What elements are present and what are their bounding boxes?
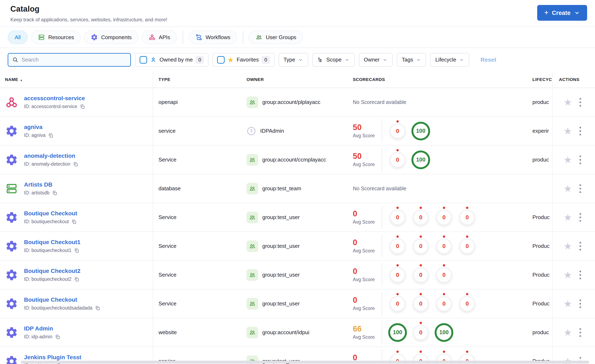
scorecard-gauge[interactable]: 0 — [409, 296, 432, 312]
favorite-star-button[interactable]: ★ — [564, 299, 572, 308]
row-menu-button[interactable] — [578, 97, 582, 108]
scorecard-gauge[interactable]: 100 — [386, 323, 409, 342]
copy-icon[interactable] — [48, 133, 53, 138]
owned-by-me-filter[interactable]: Owned by me 0 — [135, 53, 208, 67]
entity-id: ID: anomaly-detection — [24, 161, 78, 167]
favorite-star-button[interactable]: ★ — [564, 241, 572, 251]
favorite-star-button[interactable]: ★ — [564, 270, 572, 280]
sort-ascending-icon: ▲ — [20, 78, 23, 82]
scorecard-gauge[interactable]: 0 — [432, 238, 456, 254]
entity-name-link[interactable]: Boutique Checkout — [24, 210, 77, 217]
horizontal-scrollbar[interactable] — [21, 361, 589, 364]
tags-filter-dropdown[interactable]: Tags — [397, 53, 426, 67]
scorecard-gauge[interactable]: 0 — [432, 296, 456, 312]
copy-icon[interactable] — [74, 248, 79, 253]
reset-filters-button[interactable]: Reset — [481, 56, 496, 63]
favorite-star-button[interactable]: ★ — [564, 213, 572, 222]
row-menu-button[interactable] — [578, 298, 582, 309]
gauge-marker-dot — [397, 350, 399, 353]
entity-name-link[interactable]: Boutique Checkout — [24, 296, 100, 303]
row-menu-button[interactable] — [578, 154, 582, 165]
scorecard-gauge[interactable]: 100 — [409, 151, 432, 169]
copy-icon[interactable] — [73, 161, 78, 167]
scorecard-gauges: 0100 — [386, 151, 432, 169]
favorite-star-button[interactable]: ★ — [564, 184, 572, 193]
scorecard-gauge[interactable]: 100 — [409, 122, 432, 140]
row-menu-button[interactable] — [578, 241, 582, 252]
avg-score-value: 0 — [353, 238, 382, 246]
tab-workflows[interactable]: Workflows — [189, 30, 237, 44]
scorecard-gauge[interactable]: 0 — [386, 296, 409, 312]
entity-name-link[interactable]: anomaly-detection — [24, 153, 78, 159]
entity-name-link[interactable]: IDP Admin — [24, 325, 60, 332]
filters-bar: Owned by me 0 ★ Favorites 0 Type Scope O… — [0, 48, 595, 71]
type-value: Service — [158, 301, 177, 307]
entity-name-link[interactable]: Boutique Checkout1 — [24, 239, 80, 245]
scorecard-gauge[interactable]: 0 — [456, 238, 479, 254]
scope-filter-dropdown[interactable]: Scope — [312, 53, 355, 67]
gauge-circle: 0 — [390, 210, 405, 225]
scorecard-gauge[interactable]: 0 — [409, 267, 432, 283]
avg-score-value: 66 — [353, 325, 382, 333]
type-filter-dropdown[interactable]: Type — [279, 53, 308, 67]
scorecards-cell: 0Avg Score0000 — [353, 206, 532, 229]
copy-icon[interactable] — [80, 104, 85, 109]
favorite-star-button[interactable]: ★ — [564, 98, 572, 107]
column-header-actions: ACTIONS — [552, 77, 595, 82]
row-menu-button[interactable] — [578, 126, 582, 137]
row-menu-button[interactable] — [578, 183, 582, 194]
lifecycle-value: produc — [532, 156, 549, 163]
row-menu-button[interactable] — [578, 269, 582, 280]
tab-resources[interactable]: Resources — [31, 30, 81, 44]
tab-user-groups[interactable]: User Groups — [249, 30, 303, 44]
lifecycle-value: Produc — [532, 214, 549, 221]
copy-icon[interactable] — [71, 219, 77, 224]
person-icon — [150, 56, 157, 63]
copy-icon[interactable] — [95, 305, 100, 311]
scorecard-gauge[interactable]: 0 — [409, 210, 432, 225]
lifecycle-filter-dropdown[interactable]: Lifecycle — [430, 53, 469, 67]
entity-name-link[interactable]: accesscontrol-service — [24, 95, 85, 102]
scorecard-gauge[interactable]: 0 — [386, 210, 409, 225]
scorecard-gauge[interactable]: 0 — [432, 210, 456, 225]
tab-all[interactable]: All — [8, 30, 28, 44]
avg-score-value: 0 — [353, 210, 382, 218]
tab-components[interactable]: Components — [84, 30, 138, 44]
entity-name-link[interactable]: agniva — [24, 124, 53, 130]
column-header-name[interactable]: NAME▲ — [0, 77, 153, 82]
scorecard-gauge[interactable]: 0 — [386, 123, 409, 139]
copy-icon[interactable] — [52, 190, 57, 196]
owned-by-me-checkbox[interactable] — [140, 56, 147, 63]
search-input[interactable] — [21, 56, 127, 63]
entity-name-link[interactable]: Jenkins Plugin Tesst — [24, 354, 81, 361]
tab-apis[interactable]: APIs — [142, 30, 177, 44]
entity-id: ID: artistsdb — [24, 190, 57, 196]
scorecard-gauge[interactable]: 0 — [456, 210, 479, 225]
row-menu-button[interactable] — [578, 212, 582, 223]
scorecard-gauge[interactable]: 0 — [409, 325, 432, 340]
owner-filter-dropdown[interactable]: Owner — [359, 53, 393, 67]
favorite-star-button[interactable]: ★ — [564, 328, 572, 337]
favorites-checkbox[interactable] — [217, 56, 225, 63]
favorites-filter[interactable]: ★ Favorites 0 — [212, 53, 275, 67]
copy-icon[interactable] — [55, 334, 60, 340]
scorecard-gauge[interactable]: 100 — [432, 323, 456, 342]
create-button[interactable]: + Create — [537, 5, 587, 21]
scorecard-gauge[interactable]: 0 — [456, 296, 479, 312]
scorecard-gauge[interactable]: 0 — [386, 267, 409, 283]
row-menu-button[interactable] — [578, 327, 582, 338]
favorite-star-button[interactable]: ★ — [564, 155, 572, 165]
gauge-marker-dot — [397, 207, 399, 209]
scorecard-gauge[interactable]: 0 — [409, 238, 432, 254]
lifecycle-value: produc — [532, 99, 549, 105]
copy-icon[interactable] — [74, 277, 79, 282]
entity-id: ID: idp-admin — [24, 334, 60, 340]
chevron-down-icon — [574, 10, 580, 16]
scorecard-gauge[interactable]: 0 — [432, 267, 456, 283]
entity-name-link[interactable]: Boutique Checkout2 — [24, 268, 80, 274]
owner-value: group:account/ccmplayacc — [262, 156, 326, 163]
favorite-star-button[interactable]: ★ — [564, 126, 572, 136]
scorecard-gauge[interactable]: 0 — [386, 152, 409, 168]
entity-name-link[interactable]: Artists DB — [24, 181, 57, 188]
scorecard-gauge[interactable]: 0 — [386, 238, 409, 254]
